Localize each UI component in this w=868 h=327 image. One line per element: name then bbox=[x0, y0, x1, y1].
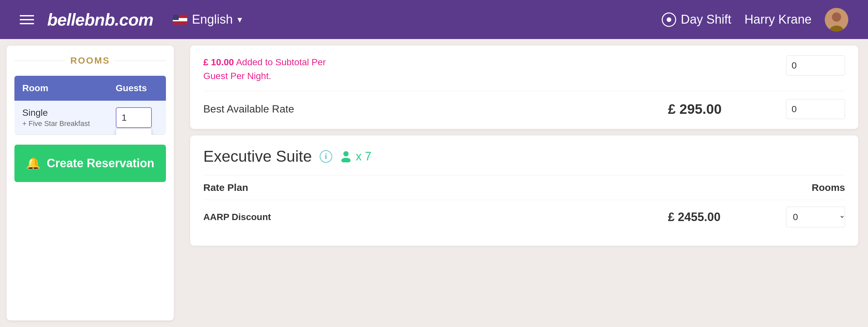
best-available-rate-price: £ 295.00 bbox=[668, 101, 786, 117]
suite-title: Executive Suite bbox=[203, 147, 312, 165]
bell-icon: 🔔 bbox=[26, 156, 41, 170]
rate-card-bottom: Best Available Rate £ 295.00 0 1 2 bbox=[203, 91, 845, 119]
language-selector[interactable]: English ▾ bbox=[173, 12, 242, 27]
rate-card-text: £ 10.00 Added to Subtotal Per Guest Per … bbox=[203, 55, 326, 83]
create-btn-label: Create Reservation bbox=[46, 156, 154, 170]
person-icon bbox=[340, 151, 352, 162]
suite-rate-row: AARP Discount £ 2455.00 0 1 2 bbox=[203, 200, 845, 234]
suite-rate-name: AARP Discount bbox=[203, 212, 668, 222]
col-guests-header: Guests bbox=[108, 76, 166, 101]
suite-col-rooms-header: Rooms bbox=[779, 182, 845, 193]
language-label: English bbox=[192, 12, 233, 27]
dropdown-option-1[interactable]: 1 bbox=[116, 129, 152, 135]
room-sub: + Five Star Breakfast bbox=[22, 119, 100, 128]
info-icon[interactable]: i bbox=[320, 150, 332, 163]
suite-table-header: Rate Plan Rooms bbox=[203, 175, 845, 200]
hamburger-menu[interactable] bbox=[20, 15, 34, 24]
site-logo: bellebnb.com bbox=[47, 10, 153, 30]
divider-right bbox=[115, 61, 166, 61]
guests-select-wrap: 1 2 3 4 1 2 bbox=[116, 107, 158, 128]
table-row: Single + Five Star Breakfast 1 2 3 4 bbox=[14, 101, 166, 135]
rooms-table: Room Guests Single + Five Star Breakfast… bbox=[14, 76, 166, 135]
username-label: Harry Krane bbox=[744, 12, 812, 27]
svg-point-1 bbox=[832, 12, 841, 22]
main-header: bellebnb.com English ▾ Day Shift Harry K… bbox=[0, 0, 868, 39]
create-reservation-button[interactable]: 🔔 Create Reservation bbox=[14, 145, 166, 182]
guest-count-label: x 7 bbox=[356, 150, 372, 164]
rate-card-line2: Guest Per Night. bbox=[203, 69, 326, 83]
guest-count: x 7 bbox=[340, 150, 372, 164]
guests-cell[interactable]: 1 2 3 4 1 2 bbox=[108, 101, 166, 135]
svg-point-4 bbox=[341, 158, 350, 162]
divider-left bbox=[14, 61, 65, 61]
suite-col-rate-header: Rate Plan bbox=[203, 182, 779, 193]
guests-select[interactable]: 1 2 3 4 bbox=[116, 107, 152, 128]
rate-card-line1: £ 10.00 Added to Subtotal Per bbox=[203, 55, 326, 69]
rate-card-top: £ 10.00 Added to Subtotal Per Guest Per … bbox=[203, 55, 845, 91]
main-content: ROOMS Room Guests Single + Five Star Bre… bbox=[0, 39, 868, 327]
right-panel: £ 10.00 Added to Subtotal Per Guest Per … bbox=[180, 39, 868, 327]
avatar bbox=[825, 8, 848, 31]
left-panel: ROOMS Room Guests Single + Five Star Bre… bbox=[6, 46, 174, 321]
rooms-label: ROOMS bbox=[70, 55, 110, 66]
shift-indicator: Day Shift bbox=[662, 12, 731, 27]
top-rooms-select[interactable]: 0 1 2 bbox=[786, 55, 845, 76]
room-name: Single bbox=[22, 108, 100, 118]
rooms-header: ROOMS bbox=[14, 55, 166, 66]
executive-suite-card: Executive Suite i x 7 Rate Plan Rooms AA… bbox=[190, 136, 858, 246]
top-rate-card: £ 10.00 Added to Subtotal Per Guest Per … bbox=[190, 46, 858, 129]
flag-icon bbox=[173, 15, 187, 25]
suite-header: Executive Suite i x 7 bbox=[203, 147, 845, 165]
room-info-cell: Single + Five Star Breakfast bbox=[14, 101, 108, 135]
best-available-rate-label: Best Available Rate bbox=[203, 103, 668, 115]
col-room-header: Room bbox=[14, 76, 108, 101]
suite-rate-price: £ 2455.00 bbox=[668, 210, 786, 224]
chevron-down-icon: ▾ bbox=[238, 14, 242, 25]
best-available-rooms-select[interactable]: 0 1 2 bbox=[786, 99, 845, 119]
suite-rate-rooms-select[interactable]: 0 1 2 bbox=[786, 207, 845, 227]
shift-label: Day Shift bbox=[681, 12, 731, 27]
svg-point-3 bbox=[343, 151, 348, 156]
guests-dropdown: 1 2 bbox=[116, 128, 152, 135]
rate-text-line1: Added to Subtotal Per bbox=[236, 57, 326, 67]
sun-icon bbox=[662, 12, 676, 27]
header-right: Day Shift Harry Krane bbox=[662, 8, 848, 31]
